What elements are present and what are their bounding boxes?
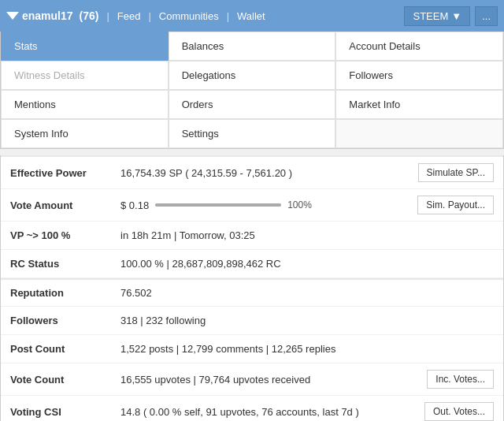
vp-value: in 18h 21m | Tomorrow, 03:25 xyxy=(120,229,494,241)
menu-item-market-info[interactable]: Market Info xyxy=(335,90,503,119)
effective-power-value: 16,754.39 SP ( 24,315.59 - 7,561.20 ) xyxy=(120,167,418,179)
voting-csi-label: Voting CSI xyxy=(10,406,120,418)
nav-separator-2: | xyxy=(148,10,150,22)
out-votes-button[interactable]: Out. Votes... xyxy=(424,402,494,421)
menu-item-mentions[interactable]: Mentions xyxy=(1,90,169,119)
stats-area: Effective Power 16,754.39 SP ( 24,315.59… xyxy=(0,155,504,421)
menu-item-account-details[interactable]: Account Details xyxy=(335,32,503,61)
reputation-label: Reputation xyxy=(10,287,120,299)
rc-status-value: 100.00 % | 28,687,809,898,462 RC xyxy=(120,258,494,270)
inc-votes-button[interactable]: Inc. Votes... xyxy=(427,370,494,389)
nav-username[interactable]: enamul17 xyxy=(22,9,73,22)
vp-row: VP ~> 100 % in 18h 21m | Tomorrow, 03:25 xyxy=(1,222,503,250)
followers-row: Followers 318 | 232 following xyxy=(1,307,503,335)
nav-communities-link[interactable]: Communities xyxy=(159,10,219,22)
menu-item-stats[interactable]: Stats xyxy=(1,32,169,61)
rc-status-row: RC Status 100.00 % | 28,687,809,898,462 … xyxy=(1,250,503,278)
logo-triangle-icon xyxy=(6,12,19,20)
sim-payout-button[interactable]: Sim. Payout... xyxy=(417,196,494,214)
nav-logo: enamul17 (76) xyxy=(6,9,98,22)
effective-power-label: Effective Power xyxy=(10,167,120,179)
chevron-down-icon: ▼ xyxy=(451,10,461,22)
vote-amount-value: $ 0.18 100% xyxy=(120,199,417,211)
vote-amount-label: Vote Amount xyxy=(10,199,120,211)
menu-item-orders[interactable]: Orders xyxy=(169,90,336,119)
menu-item-settings[interactable]: Settings xyxy=(169,119,336,148)
followers-value: 318 | 232 following xyxy=(120,315,494,326)
rc-status-label: RC Status xyxy=(10,258,120,270)
vote-amount-row: Vote Amount $ 0.18 100% Sim. Payout... xyxy=(1,189,503,222)
reputation-row: Reputation 76.502 xyxy=(1,278,503,307)
simulate-sp-button[interactable]: Simulate SP... xyxy=(418,163,494,182)
vote-pct: 100% xyxy=(287,199,312,210)
nav-wallet-link[interactable]: Wallet xyxy=(237,10,265,22)
nav-separator-1: | xyxy=(106,10,109,22)
effective-power-row: Effective Power 16,754.39 SP ( 24,315.59… xyxy=(1,155,503,189)
voting-csi-row: Voting CSI 14.8 ( 0.00 % self, 91 upvote… xyxy=(1,396,503,421)
menu-grid: Stats Balances Account Details Witness D… xyxy=(0,32,504,149)
nav-separator-3: | xyxy=(227,10,229,22)
vote-count-value: 16,555 upvotes | 79,764 upvotes received xyxy=(120,374,427,386)
menu-item-balances[interactable]: Balances xyxy=(169,32,336,61)
nav-steem-button[interactable]: STEEM ▼ xyxy=(404,6,470,26)
vote-slider[interactable] xyxy=(155,203,281,207)
followers-label: Followers xyxy=(10,315,120,326)
post-count-row: Post Count 1,522 posts | 12,799 comments… xyxy=(1,335,503,363)
post-count-value: 1,522 posts | 12,799 comments | 12,265 r… xyxy=(120,343,494,355)
top-nav: enamul17 (76) | Feed | Communities | Wal… xyxy=(0,0,504,32)
menu-item-system-info[interactable]: System Info xyxy=(1,119,169,148)
vote-count-row: Vote Count 16,555 upvotes | 79,764 upvot… xyxy=(1,363,503,396)
nav-more-button[interactable]: ... xyxy=(475,6,498,26)
nav-feed-link[interactable]: Feed xyxy=(117,10,141,22)
reputation-value: 76.502 xyxy=(120,287,494,299)
menu-item-witness-details: Witness Details xyxy=(1,61,169,90)
voting-csi-value: 14.8 ( 0.00 % self, 91 upvotes, 76 accou… xyxy=(120,406,424,418)
vote-count-label: Vote Count xyxy=(10,374,120,386)
nav-reputation: (76) xyxy=(76,9,99,22)
menu-item-empty xyxy=(335,119,503,148)
menu-item-followers[interactable]: Followers xyxy=(335,61,503,90)
vp-label: VP ~> 100 % xyxy=(10,229,120,241)
post-count-label: Post Count xyxy=(10,343,120,355)
menu-item-delegations[interactable]: Delegations xyxy=(169,61,336,90)
